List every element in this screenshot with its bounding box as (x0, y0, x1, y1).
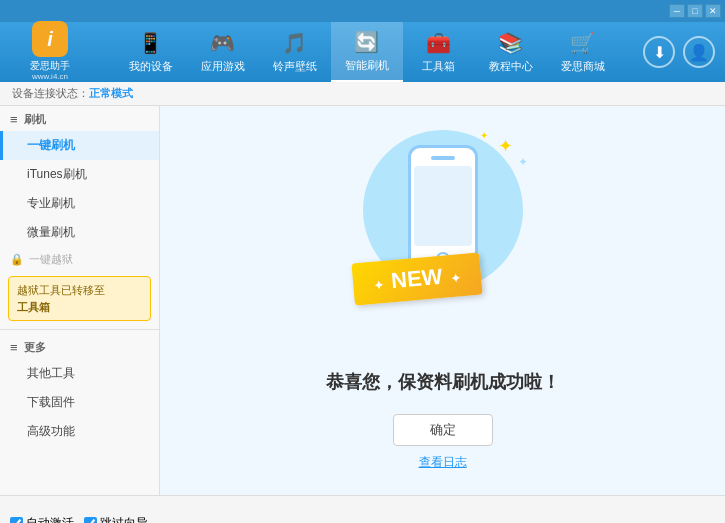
logo[interactable]: i 爱思助手 www.i4.cn (10, 21, 90, 82)
sidebar-divider (0, 329, 159, 330)
nav-smart-flash[interactable]: 🔄 智能刷机 (331, 22, 403, 82)
sidebar-item-pro-flash[interactable]: 专业刷机 (0, 189, 159, 218)
phone-screen (414, 166, 472, 246)
nav-store-label: 爱思商城 (561, 59, 605, 74)
minimize-button[interactable]: ─ (669, 4, 685, 18)
nav-my-device-label: 我的设备 (129, 59, 173, 74)
logo-url: www.i4.cn (30, 72, 70, 82)
sidebar-flash-section: ≡ 刷机 (0, 106, 159, 131)
view-log-link[interactable]: 查看日志 (419, 454, 467, 471)
bottom-panel: 自动激活 跳过向导 📱 iPhone 12 mini 64GB Down-12m… (0, 495, 725, 523)
nav-ringtone-label: 铃声壁纸 (273, 59, 317, 74)
logo-icon: i (32, 21, 68, 57)
content-area: ✦ ✦ ✦ ✦ NEW ✦ 恭喜您，保资料刷机成功啦！ 确定 查看日志 (160, 106, 725, 495)
skip-wizard-input[interactable] (84, 517, 97, 523)
sidebar-item-micro-flash[interactable]: 微量刷机 (0, 218, 159, 247)
close-button[interactable]: ✕ (705, 4, 721, 18)
main: ≡ 刷机 一键刷机 iTunes刷机 专业刷机 微量刷机 🔒 一键越狱 越狱工具… (0, 106, 725, 495)
phone-speaker (431, 156, 455, 160)
sidebar-item-download-fw[interactable]: 下载固件 (0, 388, 159, 417)
phone-icon: 📱 (138, 31, 163, 55)
nav-right: ⬇ 👤 (643, 36, 715, 68)
user-button[interactable]: 👤 (683, 36, 715, 68)
bottom-left: 自动激活 跳过向导 (10, 515, 148, 523)
sidebar: ≡ 刷机 一键刷机 iTunes刷机 专业刷机 微量刷机 🔒 一键越狱 越狱工具… (0, 106, 160, 495)
maximize-button[interactable]: □ (687, 4, 703, 18)
logo-name: 爱思助手 (30, 59, 70, 72)
nav-app-games-label: 应用游戏 (201, 59, 245, 74)
status-value: 正常模式 (89, 86, 133, 101)
sparkle-icon: ✦ (498, 135, 513, 157)
bottom-device-row: 自动激活 跳过向导 (0, 496, 725, 523)
refresh-icon: 🔄 (354, 30, 379, 54)
nav-tutorial-label: 教程中心 (489, 59, 533, 74)
toolbox-icon: 🧰 (426, 31, 451, 55)
cart-icon: 🛒 (570, 31, 595, 55)
success-text: 恭喜您，保资料刷机成功啦！ (326, 370, 560, 394)
phone-illustration: ✦ ✦ ✦ ✦ NEW ✦ (353, 130, 533, 350)
auto-activate-checkbox[interactable]: 自动激活 (10, 515, 74, 523)
sidebar-locked-jailbreak: 🔒 一键越狱 (0, 247, 159, 272)
sidebar-item-itunes-flash[interactable]: iTunes刷机 (0, 160, 159, 189)
nav-items: 📱 我的设备 🎮 应用游戏 🎵 铃声壁纸 🔄 智能刷机 🧰 工具箱 📚 教程中心… (100, 22, 633, 82)
sidebar-item-other-tools[interactable]: 其他工具 (0, 359, 159, 388)
status-label: 设备连接状态： (12, 86, 89, 101)
nav-my-device[interactable]: 📱 我的设备 (115, 22, 187, 82)
flash-section-icon: ≡ (10, 112, 18, 127)
sparkle2-icon: ✦ (518, 155, 528, 169)
auto-activate-input[interactable] (10, 517, 23, 523)
nav-tools[interactable]: 🧰 工具箱 (403, 22, 475, 82)
nav-app-games[interactable]: 🎮 应用游戏 (187, 22, 259, 82)
skip-wizard-checkbox[interactable]: 跳过向导 (84, 515, 148, 523)
nav-store[interactable]: 🛒 爱思商城 (547, 22, 619, 82)
nav-tutorial[interactable]: 📚 教程中心 (475, 22, 547, 82)
nav-tools-label: 工具箱 (422, 59, 455, 74)
book-icon: 📚 (498, 31, 523, 55)
titlebar: ─ □ ✕ (0, 0, 725, 22)
statusbar: 设备连接状态： 正常模式 (0, 82, 725, 106)
music-icon: 🎵 (282, 31, 307, 55)
navbar: i 爱思助手 www.i4.cn 📱 我的设备 🎮 应用游戏 🎵 铃声壁纸 🔄 … (0, 22, 725, 82)
gamepad-icon: 🎮 (210, 31, 235, 55)
sparkle3-icon: ✦ (480, 130, 488, 141)
lock-icon: 🔒 (10, 253, 24, 266)
sidebar-item-one-click[interactable]: 一键刷机 (0, 131, 159, 160)
more-section-icon: ≡ (10, 340, 18, 355)
confirm-button[interactable]: 确定 (393, 414, 493, 446)
nav-ringtone[interactable]: 🎵 铃声壁纸 (259, 22, 331, 82)
nav-smart-flash-label: 智能刷机 (345, 58, 389, 73)
download-button[interactable]: ⬇ (643, 36, 675, 68)
new-badge: ✦ NEW ✦ (351, 253, 482, 306)
sidebar-more-section: ≡ 更多 (0, 334, 159, 359)
sidebar-notice: 越狱工具已转移至 工具箱 (8, 276, 151, 321)
sidebar-item-advanced[interactable]: 高级功能 (0, 417, 159, 446)
